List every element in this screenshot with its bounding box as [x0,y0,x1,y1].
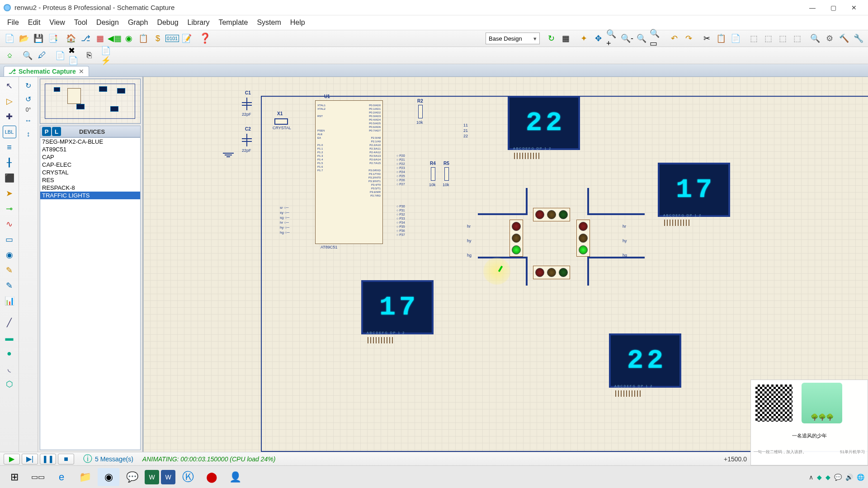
cut-button[interactable]: ✂ [700,32,713,45]
tray-wechat-icon[interactable]: 💬 [834,474,842,481]
decompose-button[interactable]: 🔧 [852,32,865,45]
notes-button[interactable]: 📝 [180,32,193,45]
tray-app-icon[interactable]: ◆ [826,474,830,481]
path-button[interactable]: ⬡ [3,378,16,390]
close-button[interactable]: ✕ [844,1,864,14]
stop-button[interactable]: ■ [58,454,74,465]
kugou-icon[interactable]: Ⓚ [177,468,199,486]
source-button[interactable]: 0101 [165,32,179,45]
wire-autorouter-button[interactable]: ⎐ [3,49,16,62]
subcircuit-button[interactable]: ⬛ [3,172,16,184]
list-item[interactable]: TRAFFIC LIGHTS [40,192,140,199]
rotate-cw-button[interactable]: ↻ [22,80,35,91]
menu-file[interactable]: File [3,17,24,28]
menu-view[interactable]: View [45,17,69,28]
label-mode-button[interactable]: LBL [3,126,16,138]
pick-devices-button[interactable]: P [42,127,51,136]
block-move-button[interactable]: ⬚ [761,32,775,45]
menu-debug[interactable]: Debug [152,17,183,28]
task-view-button[interactable]: ▭▭ [27,468,49,486]
tray-network-icon[interactable]: 🌐 [857,474,864,481]
redo-button[interactable]: ↷ [682,32,695,45]
bus-mode-button[interactable]: ╂ [3,156,16,169]
seven-seg-west[interactable]: 1 7 ABCDEFG DP 1 2 [361,280,434,334]
tape-button[interactable]: ▭ [3,233,16,246]
tray-security-icon[interactable]: ◆ [817,474,822,481]
seven-seg-north[interactable]: 2 2 ABCDEFG DP 1 2 [508,96,580,150]
mcu-chip[interactable]: XTAL1XTAL2RSTPSENALEEAP1.0P1.1P1.2P1.3P1… [315,100,383,244]
wps-icon[interactable]: W [145,470,159,484]
text-script-button[interactable]: ≡ [3,141,16,154]
step-button[interactable]: ▶| [22,454,38,465]
traffic-light-south[interactable] [533,266,570,279]
bill-button[interactable]: $ [151,32,165,45]
zoom-area-button[interactable]: 🔍▭ [649,32,663,45]
list-item[interactable]: CRYSTAL [40,169,140,176]
gerber-button[interactable]: ◉ [122,32,136,45]
list-item[interactable]: 7SEG-MPX2-CA-BLUE [40,138,140,145]
devices-list[interactable]: 7SEG-MPX2-CA-BLUE AT89C51 CAP CAP-ELEC C… [40,137,141,450]
traffic-light-west[interactable] [509,220,523,257]
arc-button[interactable]: ◟ [3,362,16,375]
delete-sheet-button[interactable]: ✖📄 [68,49,81,62]
refresh-button[interactable]: ↻ [544,32,558,45]
minimize-button[interactable]: — [802,1,823,14]
mirror-h-button[interactable]: ↔ [22,115,35,127]
messages-indicator[interactable]: ⓘ 5 Message(s) [83,453,133,465]
pcb-button[interactable]: ▦ [93,32,107,45]
block-rotate-button[interactable]: ⬚ [776,32,789,45]
new-sheet-button[interactable]: 📄 [53,49,67,62]
generator-button[interactable]: ◉ [3,249,16,261]
traffic-light-east[interactable] [576,220,590,257]
circle-button[interactable]: ● [3,347,16,360]
wechat-icon[interactable]: 💬 [121,468,143,486]
edge-icon[interactable]: е [51,468,72,486]
pan-button[interactable]: ✥ [591,32,605,45]
pick-button[interactable]: 🔍 [808,32,822,45]
menu-graph[interactable]: Graph [123,17,152,28]
help-button[interactable]: ❓ [198,32,212,45]
maximize-button[interactable]: ▢ [823,1,844,14]
rotate-ccw-button[interactable]: ↺ [22,93,35,105]
paste-button[interactable]: 📄 [729,32,742,45]
open-file-button[interactable]: 📂 [17,32,31,45]
menu-design[interactable]: Design [92,17,123,28]
list-item[interactable]: AT89C51 [40,145,140,153]
schematic-button[interactable]: ⎇ [79,32,92,45]
traffic-light-north[interactable] [533,208,570,221]
design-variant-combo[interactable]: Base Design [486,33,540,44]
junction-mode-button[interactable]: ✚ [3,110,16,123]
seven-seg-east[interactable]: 1 7 ABCDEFG DP 1 2 [658,163,730,217]
instrument-button[interactable]: 📊 [3,295,16,307]
zoom-in-button[interactable]: 🔍+ [606,32,619,45]
component-mode-button[interactable]: ▷ [3,95,16,108]
run-button[interactable]: ▶ [4,454,20,465]
list-item[interactable]: RES [40,176,140,184]
selection-mode-button[interactable]: ↖ [3,80,16,92]
menu-tool[interactable]: Tool [70,17,92,28]
probe-i-button[interactable]: ✎ [3,279,16,292]
menu-help[interactable]: Help [286,17,310,28]
tab-close-button[interactable]: ✕ [79,68,84,75]
seven-seg-south[interactable]: 2 2 ABCDEFG DP 1 2 [609,333,681,388]
mirror-v-button[interactable]: ↕ [22,128,35,140]
property-button[interactable]: 🖊 [35,49,49,62]
menu-template[interactable]: Template [214,17,252,28]
graph-mode-button[interactable]: ∿ [3,218,16,230]
box-button[interactable]: ▬ [3,332,16,344]
packaging-button[interactable]: 🔨 [837,32,851,45]
goto-sheet-button[interactable]: ⎘ [82,49,96,62]
probe-v-button[interactable]: ✎ [3,264,16,277]
home-button[interactable]: 🏠 [64,32,78,45]
pause-button[interactable]: ❚❚ [40,454,56,465]
copy-button[interactable]: 📋 [714,32,728,45]
search-button[interactable]: 🔍 [21,49,34,62]
save-button[interactable]: 💾 [32,32,45,45]
app-icon[interactable]: 👤 [224,468,246,486]
file-explorer-icon[interactable]: 📁 [74,468,96,486]
zoom-fit-button[interactable]: 🔍 [635,32,648,45]
libraries-button[interactable]: L [52,127,61,136]
zoom-out-button[interactable]: 🔍- [620,32,634,45]
tray-volume-icon[interactable]: 🔊 [845,474,853,481]
word-icon[interactable]: W [161,470,175,484]
